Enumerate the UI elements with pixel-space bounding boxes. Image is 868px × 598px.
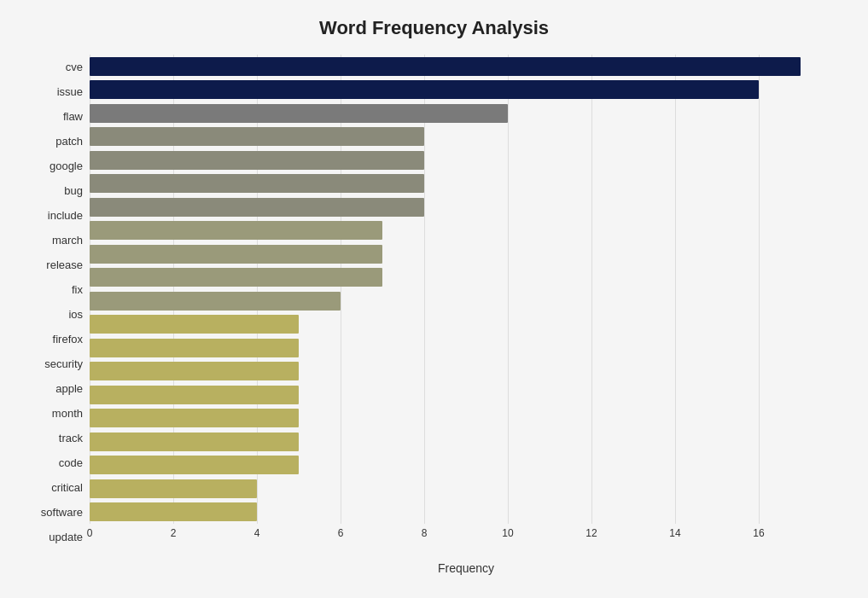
bar-apple bbox=[90, 362, 299, 380]
bar-security bbox=[90, 339, 299, 357]
bar-row-release bbox=[90, 243, 842, 265]
bar-row-issue bbox=[90, 78, 842, 101]
bar-firefox bbox=[90, 315, 299, 334]
bar-cve bbox=[90, 57, 801, 76]
bar-row-security bbox=[90, 337, 842, 359]
bar-row-month bbox=[90, 384, 842, 406]
x-tick-14: 14 bbox=[669, 527, 680, 539]
bar-track bbox=[90, 409, 299, 427]
bar-row-software bbox=[90, 478, 842, 500]
bar-issue bbox=[90, 80, 759, 99]
y-label-fix: fix bbox=[72, 279, 83, 301]
bar-row-march bbox=[90, 219, 842, 241]
y-label-month: month bbox=[52, 403, 83, 425]
bars-wrapper bbox=[90, 55, 842, 524]
bar-row-cve bbox=[90, 55, 842, 78]
y-label-march: march bbox=[52, 229, 83, 252]
y-label-update: update bbox=[49, 526, 83, 549]
bar-row-bug bbox=[90, 172, 842, 194]
x-tick-12: 12 bbox=[585, 527, 597, 539]
x-tick-4: 4 bbox=[254, 527, 260, 539]
y-label-cve: cve bbox=[66, 56, 83, 78]
bar-row-critical bbox=[90, 454, 842, 476]
y-label-flaw: flaw bbox=[63, 106, 83, 128]
y-label-apple: apple bbox=[55, 378, 83, 400]
x-tick-6: 6 bbox=[338, 527, 344, 539]
bar-release bbox=[90, 245, 382, 264]
chart-container: Word Frequency Analysis cveissueflawpatc… bbox=[0, 0, 868, 598]
y-label-issue: issue bbox=[57, 81, 83, 103]
bar-bug bbox=[90, 174, 424, 193]
y-label-patch: patch bbox=[55, 131, 83, 153]
x-tick-10: 10 bbox=[502, 527, 513, 539]
chart-title: Word Frequency Analysis bbox=[26, 17, 842, 39]
bar-row-ios bbox=[90, 290, 842, 312]
x-tick-2: 2 bbox=[171, 527, 177, 539]
bar-row-apple bbox=[90, 360, 842, 382]
bars-and-grid: 0246810121416 Frequency bbox=[90, 55, 842, 549]
y-label-track: track bbox=[59, 427, 83, 450]
y-label-google: google bbox=[50, 155, 83, 177]
bar-flaw bbox=[90, 104, 508, 123]
y-label-software: software bbox=[41, 502, 83, 524]
x-tick-8: 8 bbox=[422, 527, 428, 539]
y-label-security: security bbox=[44, 353, 83, 375]
y-label-bug: bug bbox=[64, 180, 83, 202]
bar-critical bbox=[90, 456, 299, 474]
chart-area: cveissueflawpatchgooglebugincludemarchre… bbox=[26, 55, 842, 549]
y-label-code: code bbox=[59, 452, 83, 474]
x-tick-0: 0 bbox=[87, 527, 93, 539]
x-tick-16: 16 bbox=[753, 527, 764, 539]
y-label-ios: ios bbox=[68, 304, 83, 326]
bar-code bbox=[90, 433, 299, 451]
y-label-critical: critical bbox=[51, 477, 83, 499]
bar-march bbox=[90, 221, 382, 240]
y-axis: cveissueflawpatchgooglebugincludemarchre… bbox=[26, 55, 90, 549]
bar-row-track bbox=[90, 407, 842, 429]
bar-row-flaw bbox=[90, 102, 842, 125]
bar-fix bbox=[90, 268, 382, 287]
bar-row-patch bbox=[90, 125, 842, 148]
bar-row-code bbox=[90, 431, 842, 453]
bar-ios bbox=[90, 292, 341, 311]
bar-row-google bbox=[90, 149, 842, 171]
y-label-release: release bbox=[46, 254, 83, 276]
bar-include bbox=[90, 198, 424, 217]
bar-row-update bbox=[90, 501, 842, 523]
bar-row-firefox bbox=[90, 313, 842, 335]
bar-google bbox=[90, 151, 424, 170]
bar-month bbox=[90, 386, 299, 404]
x-axis-title: Frequency bbox=[438, 561, 494, 575]
bar-software bbox=[90, 479, 257, 498]
bar-patch bbox=[90, 127, 424, 146]
bar-update bbox=[90, 502, 257, 521]
y-label-include: include bbox=[48, 205, 83, 227]
x-axis: 0246810121416 bbox=[90, 524, 842, 549]
y-label-firefox: firefox bbox=[53, 328, 83, 351]
bar-row-include bbox=[90, 196, 842, 218]
bar-row-fix bbox=[90, 266, 842, 288]
